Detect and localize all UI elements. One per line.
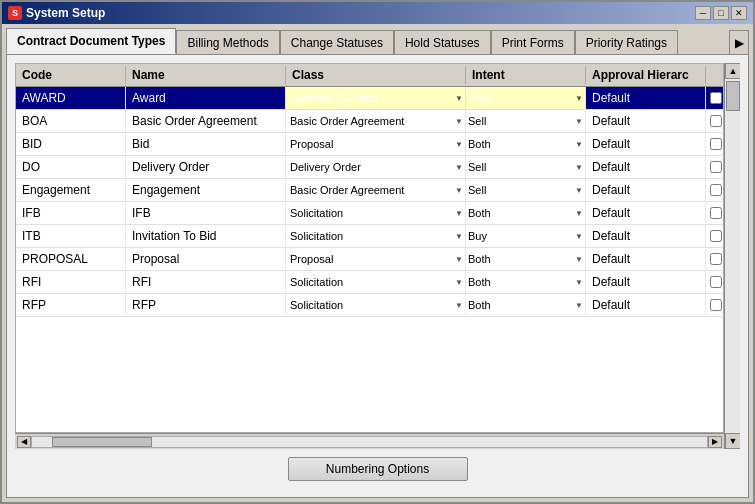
cell-class[interactable]: Awarded ContractBasic Order AgreementPro…	[286, 133, 466, 155]
window-title: System Setup	[26, 6, 105, 20]
cell-class[interactable]: Awarded ContractBasic Order AgreementPro…	[286, 248, 466, 270]
intent-select[interactable]: BothSellBuy	[468, 184, 583, 196]
tab-print-forms[interactable]: Print Forms	[491, 30, 575, 54]
cell-code: PROPOSAL	[16, 248, 126, 270]
cell-code: Engagement	[16, 179, 126, 201]
cell-intent[interactable]: BothSellBuy▼	[466, 271, 586, 293]
close-button[interactable]: ✕	[731, 6, 747, 20]
cell-class[interactable]: Awarded ContractBasic Order AgreementPro…	[286, 202, 466, 224]
cell-checkbox[interactable]	[706, 202, 723, 224]
row-checkbox[interactable]	[710, 115, 722, 127]
class-select[interactable]: Awarded ContractBasic Order AgreementPro…	[288, 298, 463, 312]
intent-select[interactable]: BothSellBuy	[468, 207, 583, 219]
table-row[interactable]: IFBIFBAwarded ContractBasic Order Agreem…	[16, 202, 723, 225]
cell-class[interactable]: Awarded ContractBasic Order AgreementPro…	[286, 87, 466, 109]
row-checkbox[interactable]	[710, 276, 722, 288]
cell-intent[interactable]: BothSellBuy▼	[466, 87, 586, 109]
row-checkbox[interactable]	[710, 138, 722, 150]
class-select[interactable]: Awarded ContractBasic Order AgreementPro…	[288, 137, 463, 151]
table-row[interactable]: RFIRFIAwarded ContractBasic Order Agreem…	[16, 271, 723, 294]
scroll-left-button[interactable]: ◀	[17, 436, 31, 448]
intent-select[interactable]: BothSellBuy	[468, 276, 583, 288]
scroll-up-button[interactable]: ▲	[725, 63, 740, 79]
intent-select[interactable]: BothSellBuy	[468, 138, 583, 150]
cell-intent[interactable]: BothSellBuy▼	[466, 202, 586, 224]
cell-name: Delivery Order	[126, 156, 286, 178]
cell-class[interactable]: Awarded ContractBasic Order AgreementPro…	[286, 179, 466, 201]
numbering-options-button[interactable]: Numbering Options	[288, 457, 468, 481]
tab-change-statuses[interactable]: Change Statuses	[280, 30, 394, 54]
class-select[interactable]: Awarded ContractBasic Order AgreementPro…	[288, 91, 463, 105]
table-header: Code Name Class Intent Approval Hierarc	[16, 64, 723, 87]
intent-select[interactable]: BothSellBuy	[468, 253, 583, 265]
cell-intent[interactable]: BothSellBuy▼	[466, 156, 586, 178]
cell-approval: Default	[586, 294, 706, 316]
row-checkbox[interactable]	[710, 207, 722, 219]
table-row[interactable]: RFPRFPAwarded ContractBasic Order Agreem…	[16, 294, 723, 317]
cell-intent[interactable]: BothSellBuy▼	[466, 179, 586, 201]
cell-checkbox[interactable]	[706, 248, 723, 270]
row-checkbox[interactable]	[710, 92, 722, 104]
row-checkbox[interactable]	[710, 184, 722, 196]
table-row[interactable]: AWARDAwardAwarded ContractBasic Order Ag…	[16, 87, 723, 110]
class-select[interactable]: Awarded ContractBasic Order AgreementPro…	[288, 252, 463, 266]
cell-intent[interactable]: BothSellBuy▼	[466, 133, 586, 155]
table-row[interactable]: PROPOSALProposalAwarded ContractBasic Or…	[16, 248, 723, 271]
cell-checkbox[interactable]	[706, 225, 723, 247]
main-panel: Code Name Class Intent Approval Hierarc …	[6, 54, 749, 498]
tab-billing-methods[interactable]: Billing Methods	[176, 30, 279, 54]
minimize-button[interactable]: ─	[695, 6, 711, 20]
cell-class[interactable]: Awarded ContractBasic Order AgreementPro…	[286, 294, 466, 316]
class-select[interactable]: Awarded ContractBasic Order AgreementPro…	[288, 275, 463, 289]
intent-select[interactable]: BothSellBuy	[468, 230, 583, 242]
cell-class[interactable]: Awarded ContractBasic Order AgreementPro…	[286, 156, 466, 178]
h-scroll-track[interactable]	[31, 436, 708, 448]
row-checkbox[interactable]	[710, 161, 722, 173]
col-class: Class	[286, 66, 466, 84]
scroll-right-button[interactable]: ▶	[708, 436, 722, 448]
cell-approval: Default	[586, 156, 706, 178]
cell-checkbox[interactable]	[706, 87, 723, 109]
table-row[interactable]: BIDBidAwarded ContractBasic Order Agreem…	[16, 133, 723, 156]
class-select[interactable]: Awarded ContractBasic Order AgreementPro…	[288, 183, 463, 197]
class-select[interactable]: Awarded ContractBasic Order AgreementPro…	[288, 114, 463, 128]
row-checkbox[interactable]	[710, 299, 722, 311]
table-row[interactable]: BOABasic Order AgreementAwarded Contract…	[16, 110, 723, 133]
scroll-down-button[interactable]: ▼	[725, 433, 740, 449]
cell-intent[interactable]: BothSellBuy▼	[466, 294, 586, 316]
cell-class[interactable]: Awarded ContractBasic Order AgreementPro…	[286, 225, 466, 247]
table-row[interactable]: DODelivery OrderAwarded ContractBasic Or…	[16, 156, 723, 179]
cell-code: ITB	[16, 225, 126, 247]
cell-class[interactable]: Awarded ContractBasic Order AgreementPro…	[286, 271, 466, 293]
intent-select[interactable]: BothSellBuy	[468, 92, 583, 104]
h-scroll-thumb[interactable]	[52, 437, 152, 447]
cell-checkbox[interactable]	[706, 271, 723, 293]
cell-checkbox[interactable]	[706, 133, 723, 155]
row-checkbox[interactable]	[710, 230, 722, 242]
class-select[interactable]: Awarded ContractBasic Order AgreementPro…	[288, 160, 463, 174]
intent-select[interactable]: BothSellBuy	[468, 299, 583, 311]
class-select[interactable]: Awarded ContractBasic Order AgreementPro…	[288, 229, 463, 243]
cell-class[interactable]: Awarded ContractBasic Order AgreementPro…	[286, 110, 466, 132]
tab-scroll-right[interactable]: ▶	[729, 30, 749, 54]
intent-select[interactable]: BothSellBuy	[468, 161, 583, 173]
cell-code: IFB	[16, 202, 126, 224]
cell-checkbox[interactable]	[706, 179, 723, 201]
cell-intent[interactable]: BothSellBuy▼	[466, 248, 586, 270]
intent-select[interactable]: BothSellBuy	[468, 115, 583, 127]
cell-intent[interactable]: BothSellBuy▼	[466, 225, 586, 247]
table-row[interactable]: ITBInvitation To BidAwarded ContractBasi…	[16, 225, 723, 248]
class-select[interactable]: Awarded ContractBasic Order AgreementPro…	[288, 206, 463, 220]
tab-priority-ratings[interactable]: Priority Ratings	[575, 30, 678, 54]
tab-contract-document-types[interactable]: Contract Document Types	[6, 28, 176, 54]
tab-hold-statuses[interactable]: Hold Statuses	[394, 30, 491, 54]
table-row[interactable]: EngagementEngagementAwarded ContractBasi…	[16, 179, 723, 202]
maximize-button[interactable]: □	[713, 6, 729, 20]
cell-checkbox[interactable]	[706, 156, 723, 178]
v-scroll-track[interactable]	[725, 79, 740, 433]
v-scroll-thumb[interactable]	[726, 81, 740, 111]
cell-intent[interactable]: BothSellBuy▼	[466, 110, 586, 132]
row-checkbox[interactable]	[710, 253, 722, 265]
cell-checkbox[interactable]	[706, 110, 723, 132]
cell-checkbox[interactable]	[706, 294, 723, 316]
